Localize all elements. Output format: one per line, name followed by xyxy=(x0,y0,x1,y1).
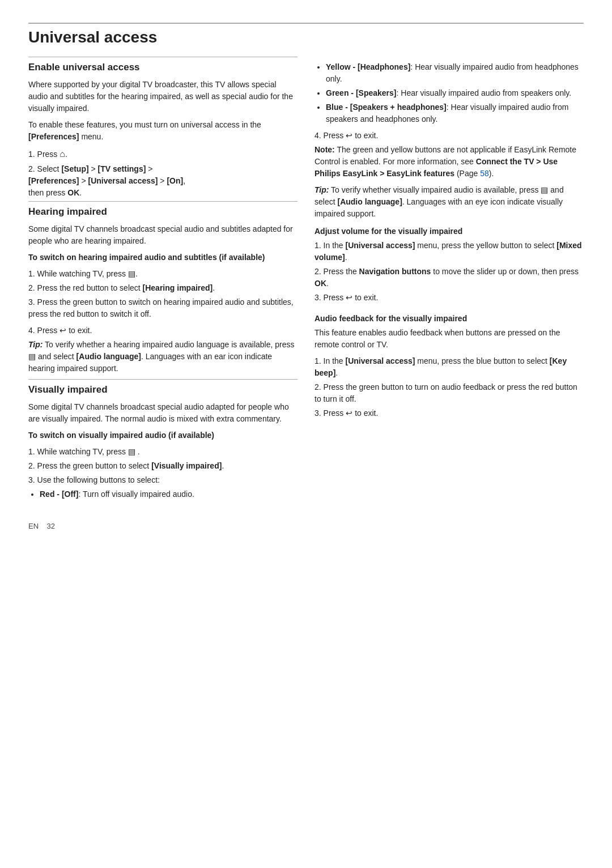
back-icon-1: ↩ xyxy=(60,326,66,335)
hearing-step-3: 3. Press the green button to switch on h… xyxy=(28,296,298,320)
hearing-step-4: 4. Press ↩ to exit. xyxy=(28,325,298,337)
hearing-tip: Tip: To verify whether a hearing impaire… xyxy=(28,339,298,375)
right-column: Yellow - [Headphones]: Hear visually imp… xyxy=(314,57,584,505)
section-hearing-title: Hearing impaired xyxy=(28,201,298,218)
hearing-step-2: 2. Press the red button to select [Heari… xyxy=(28,282,298,294)
visually-step-2: 2. Press the green button to select [Vis… xyxy=(28,460,298,472)
audio-feedback-title: Audio feedback for the visually impaired xyxy=(314,313,584,325)
footer-page-number: 32 xyxy=(47,522,55,530)
visually-subsection: To switch on visually impaired audio (if… xyxy=(28,429,298,441)
visually-bullets-continued: Yellow - [Headphones]: Hear visually imp… xyxy=(326,61,584,125)
footer-lang: EN xyxy=(28,522,39,530)
visually-tip: Tip: To verify whether visually impaired… xyxy=(314,184,584,220)
page-container: Universal access Enable universal access… xyxy=(28,23,584,530)
menu-icon-2: ▤ xyxy=(28,352,36,361)
menu-icon-1: ▤ xyxy=(128,269,135,278)
enable-step-1: 1. Press ⌂. xyxy=(28,147,298,161)
visually-step-1: 1. While watching TV, press ▤ . xyxy=(28,446,298,458)
enable-para-1: Where supported by your digital TV broad… xyxy=(28,79,298,114)
home-icon: ⌂ xyxy=(60,149,65,159)
section-adjust-volume: Adjust volume for the visually impaired … xyxy=(314,225,584,304)
adjust-volume-title: Adjust volume for the visually impaired xyxy=(314,225,584,237)
section-enable: Enable universal access Where supported … xyxy=(28,57,298,199)
enable-para-2: To enable these features, you must turn … xyxy=(28,119,298,143)
audio-feedback-step-1: 1. In the [Universal access] menu, press… xyxy=(314,355,584,379)
back-icon-4: ↩ xyxy=(346,409,352,418)
adjust-step-1: 1. In the [Universal access] menu, press… xyxy=(314,240,584,263)
bullet-green: Green - [Speakers]: Hear visually impair… xyxy=(326,87,584,99)
adjust-step-2: 2. Press the Navigation buttons to move … xyxy=(314,266,584,290)
visually-bullets: Red - [Off]: Turn off visually impaired … xyxy=(40,488,298,500)
visually-step-4: 4. Press ↩ to exit. xyxy=(314,130,584,142)
adjust-step-3: 3. Press ↩ to exit. xyxy=(314,292,584,304)
left-column: Enable universal access Where supported … xyxy=(28,57,298,505)
hearing-step-1: 1. While watching TV, press ▤. xyxy=(28,268,298,280)
enable-step-2: 2. Select [Setup] > [TV settings] >[Pref… xyxy=(28,163,298,199)
section-enable-title: Enable universal access xyxy=(28,57,298,73)
visually-para-1: Some digital TV channels broadcast speci… xyxy=(28,401,298,425)
page-footer: EN 32 xyxy=(28,522,584,530)
section-hearing: Hearing impaired Some digital TV channel… xyxy=(28,201,298,375)
hearing-subsection: To switch on hearing impaired audio and … xyxy=(28,252,298,263)
audio-feedback-intro: This feature enables audio feedback when… xyxy=(314,327,584,351)
section-visually-title: Visually impaired xyxy=(28,379,298,395)
hearing-para-1: Some digital TV channels broadcast speci… xyxy=(28,223,298,247)
section-visually: Visually impaired Some digital TV channe… xyxy=(28,379,298,500)
back-icon-2: ↩ xyxy=(346,131,352,140)
visually-step-3: 3. Use the following buttons to select: xyxy=(28,474,298,486)
section-audio-feedback: Audio feedback for the visually impaired… xyxy=(314,313,584,419)
note-block: Note: The green and yellow buttons are n… xyxy=(314,144,584,180)
page-title: Universal access xyxy=(28,23,584,46)
bullet-yellow: Yellow - [Headphones]: Hear visually imp… xyxy=(326,61,584,85)
audio-feedback-step-3: 3. Press ↩ to exit. xyxy=(314,407,584,419)
menu-icon-3: ▤ xyxy=(128,447,135,456)
bullet-red: Red - [Off]: Turn off visually impaired … xyxy=(40,488,298,500)
audio-feedback-step-2: 2. Press the green button to turn on aud… xyxy=(314,381,584,405)
menu-icon-4: ▤ xyxy=(541,185,548,194)
bullet-blue: Blue - [Speakers + headphones]: Hear vis… xyxy=(326,101,584,125)
back-icon-3: ↩ xyxy=(346,293,352,302)
